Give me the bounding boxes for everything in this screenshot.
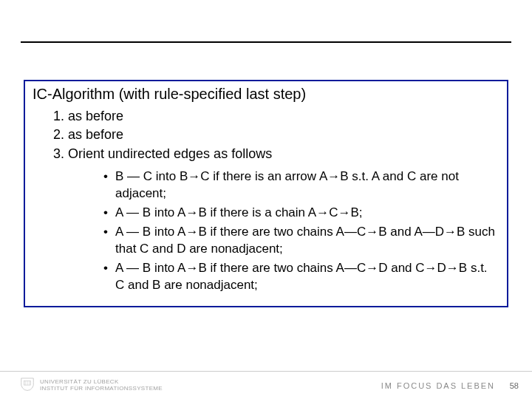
box-title: IC-Algorithm (with rule-specified last s…: [33, 86, 499, 103]
step-2: as before: [68, 126, 499, 143]
step-list: as before as before Orient undirected ed…: [68, 107, 499, 293]
crest-icon: [19, 377, 35, 395]
page-number: 58: [510, 381, 519, 390]
university-logo: UNIVERSITÄT ZU LÜBECK INSTITUT FÜR INFOR…: [19, 377, 163, 395]
footer: UNIVERSITÄT ZU LÜBECK INSTITUT FÜR INFOR…: [0, 371, 532, 399]
step-3: Orient undirected edges as follows B — C…: [68, 145, 499, 294]
rule-2: A — B into A→B if there is a chain A→C→B…: [103, 205, 499, 222]
step-1: as before: [68, 107, 499, 125]
university-text: UNIVERSITÄT ZU LÜBECK INSTITUT FÜR INFOR…: [40, 379, 163, 392]
uni-line2: INSTITUT FÜR INFORMATIONSSYSTEME: [40, 386, 163, 392]
algorithm-box: IC-Algorithm (with rule-specified last s…: [24, 80, 508, 307]
rule-4: A — B into A→B if there are two chains A…: [103, 260, 499, 294]
rule-list: B — C into B→C if there is an arrow A→B …: [103, 168, 499, 294]
rule-3: A — B into A→B if there are two chains A…: [103, 224, 499, 258]
rule-1: B — C into B→C if there is an arrow A→B …: [103, 168, 499, 202]
top-rule: [21, 41, 511, 43]
footer-motto: IM FOCUS DAS LEBEN: [381, 381, 495, 390]
step-3-text: Orient undirected edges as follows: [68, 146, 272, 161]
